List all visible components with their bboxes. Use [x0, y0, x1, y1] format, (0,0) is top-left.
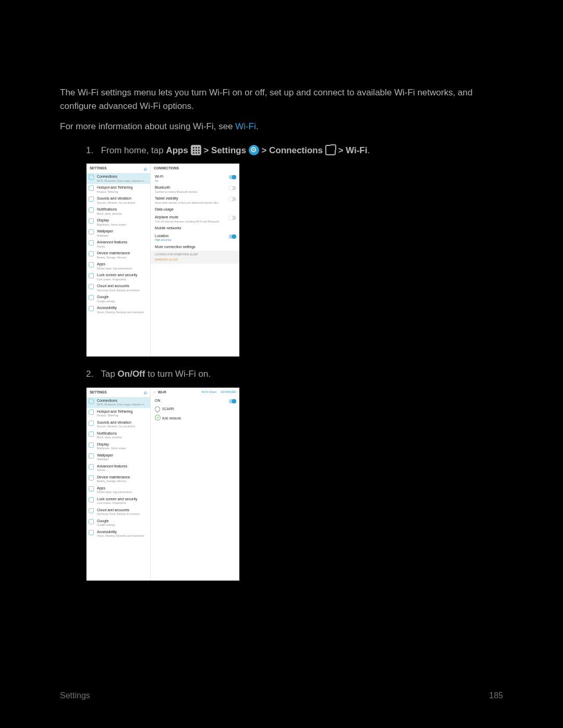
connections-icon: [325, 145, 336, 155]
toggle-switch[interactable]: [229, 186, 236, 190]
connection-title: Data usage: [155, 207, 174, 211]
sidebar-item[interactable]: WallpaperWallpaper: [87, 452, 150, 463]
sidebar-item-icon: [89, 399, 94, 404]
sidebar-item-title: Google: [97, 295, 109, 299]
toggle-switch[interactable]: [229, 235, 236, 239]
connection-row[interactable]: More connection settings: [151, 243, 239, 251]
step-1-pre: From home, tap: [101, 145, 166, 155]
sidebar-item-icon: [89, 284, 94, 289]
connections-header: CONNECTIONS: [151, 164, 239, 173]
sidebar-item-subtitle: Block, allow, prioritize: [97, 212, 147, 215]
sidebar-item-icon: [89, 410, 94, 415]
sidebar-item-subtitle: Games: [97, 245, 147, 248]
sidebar-item[interactable]: Device maintenanceBattery, Storage, Memo…: [87, 474, 150, 485]
sidebar-item[interactable]: Cloud and accountsSamsung Cloud, Backup …: [87, 282, 150, 293]
add-network-row[interactable]: Add network: [151, 414, 239, 423]
sidebar-item[interactable]: Hotspot and TetheringHotspot, Tethering: [87, 408, 150, 419]
info-prefix: For more information about using Wi-Fi, …: [60, 121, 235, 131]
sidebar-item-title: Device maintenance: [97, 251, 130, 255]
sidebar-item[interactable]: Lock screen and securityLock screen, Fin…: [87, 272, 150, 282]
sidebar-item[interactable]: NotificationsBlock, allow, prioritize: [87, 206, 150, 217]
toggle-switch[interactable]: [229, 197, 236, 201]
sidebar-item-title: Display: [97, 442, 109, 446]
sidebar-item[interactable]: Advanced featuresGames: [87, 239, 150, 250]
sidebar-item-subtitle: Games: [97, 468, 147, 472]
back-icon[interactable]: ‹: [154, 390, 155, 394]
sidebar-item[interactable]: DisplayBrightness, Home screen: [87, 441, 150, 452]
sidebar-item-title: Accessibility: [97, 306, 117, 310]
connection-row[interactable]: LocationHigh accuracy: [151, 232, 239, 243]
connection-title: Wi-Fi: [155, 175, 163, 178]
connection-title: Bluetooth: [155, 186, 170, 189]
connection-title: Mobile networks: [155, 226, 181, 230]
connection-row[interactable]: Tablet visibilityAllow other devices to …: [151, 195, 239, 206]
sidebar-item[interactable]: GoogleGoogle settings: [87, 293, 150, 304]
sidebar-item-subtitle: Brightness, Home screen: [97, 223, 147, 226]
connection-title: More connection settings: [155, 245, 195, 249]
sidebar-item-subtitle: Lock screen, Fingerprints: [97, 278, 147, 281]
sidebar-item-title: Notifications: [97, 207, 117, 211]
sidebar-item-subtitle: Samsung Cloud, Backup and restore: [97, 289, 147, 292]
sidebar-item[interactable]: AccessibilityVision, Hearing, Dexterity …: [87, 528, 150, 539]
sidebar-item[interactable]: AppsDefault apps, App permissions: [87, 261, 150, 272]
sidebar-item[interactable]: ConnectionsWi-Fi, Bluetooth, Data usage,…: [87, 397, 150, 408]
sidebar-item-icon: [89, 486, 94, 491]
screenshot-1: SETTINGS ⌕ ConnectionsWi-Fi, Bluetooth, …: [86, 163, 240, 357]
footer-section: Settings: [60, 689, 90, 702]
suggestion-banner: LOOKING FOR SOMETHING ELSE? SAMSUNG CLOU…: [151, 251, 239, 264]
samsung-cloud-link[interactable]: SAMSUNG CLOUD: [155, 258, 235, 262]
connection-subtitle: High accuracy: [155, 238, 228, 241]
step-2: 2. Tap On/Off to turn Wi-Fi on.: [86, 367, 503, 381]
wifi-link[interactable]: Wi-Fi: [235, 121, 256, 131]
sidebar-item[interactable]: GoogleGoogle settings: [87, 517, 150, 528]
toggle-switch[interactable]: [229, 216, 236, 220]
toggle-switch[interactable]: [229, 175, 236, 179]
sidebar-item-icon: [89, 475, 94, 480]
wifi-direct-link[interactable]: Wi-Fi Direct: [202, 390, 217, 393]
sidebar-item[interactable]: Sounds and vibrationSounds, Vibration, D…: [87, 419, 150, 430]
sidebar-item-subtitle: Battery, Storage, Memory: [97, 479, 147, 483]
sidebar-item[interactable]: Advanced featuresGames: [87, 463, 150, 474]
connection-row[interactable]: Airplane modeTurn off network features, …: [151, 214, 239, 225]
sidebar-item[interactable]: Sounds and vibrationSounds, Vibration, D…: [87, 195, 150, 206]
sidebar-item-icon: [89, 273, 94, 278]
step-2-pre: Tap: [101, 369, 117, 379]
sidebar-item-icon: [89, 421, 94, 426]
sidebar-item[interactable]: AccessibilityVision, Hearing, Dexterity …: [87, 304, 150, 315]
connection-row[interactable]: Data usage: [151, 206, 239, 214]
sidebar-item-subtitle: Wallpaper: [97, 458, 147, 461]
connection-row[interactable]: Mobile networks: [151, 225, 239, 232]
sidebar-item[interactable]: AppsDefault apps, App permissions: [87, 485, 150, 496]
sidebar-item[interactable]: ConnectionsWi-Fi, Bluetooth, Data usage,…: [87, 173, 150, 184]
sidebar-item-subtitle: Battery, Storage, Memory: [97, 256, 147, 259]
connection-row[interactable]: BluetoothConnect to nearby Bluetooth dev…: [151, 184, 239, 195]
sidebar-item[interactable]: Lock screen and securityLock screen, Fin…: [87, 496, 150, 507]
sidebar-item-icon: [89, 196, 94, 202]
sidebar-item-icon: [89, 497, 94, 502]
wifi-network-row[interactable]: SCARR: [151, 404, 239, 414]
sidebar-item-subtitle: Google settings: [97, 300, 147, 303]
connections-label: Connections: [269, 145, 323, 155]
sidebar-item[interactable]: Cloud and accountsSamsung Cloud, Backup …: [87, 507, 150, 517]
sidebar-item[interactable]: WallpaperWallpaper: [87, 228, 150, 239]
sidebar-item-icon: [89, 186, 94, 191]
advanced-link[interactable]: ADVANCED: [221, 390, 236, 393]
sidebar-item-title: Advanced features: [97, 464, 127, 468]
sidebar-item-title: Connections: [97, 175, 117, 178]
connection-subtitle: On: [155, 179, 228, 182]
sidebar-item-subtitle: Wi-Fi, Bluetooth, Data usage, Airplane m…: [97, 403, 147, 406]
wifi-on-row[interactable]: ON: [151, 397, 239, 405]
search-icon[interactable]: ⌕: [144, 165, 147, 172]
connection-row[interactable]: Wi-FiOn: [151, 173, 239, 184]
sidebar-item[interactable]: Hotspot and TetheringHotspot, Tethering: [87, 184, 150, 195]
sidebar-item[interactable]: DisplayBrightness, Home screen: [87, 217, 150, 228]
sidebar-item-title: Accessibility: [97, 530, 117, 534]
sidebar-item-icon: [89, 431, 94, 437]
search-icon[interactable]: ⌕: [144, 388, 147, 396]
sidebar-item-subtitle: Default apps, App permissions: [97, 490, 147, 493]
sidebar-item-icon: [89, 508, 94, 513]
settings-header-2: SETTINGS ⌕: [87, 388, 150, 397]
wifi-toggle[interactable]: [229, 399, 236, 403]
sidebar-item[interactable]: NotificationsBlock, allow, prioritize: [87, 430, 150, 441]
sidebar-item[interactable]: Device maintenanceBattery, Storage, Memo…: [87, 250, 150, 261]
